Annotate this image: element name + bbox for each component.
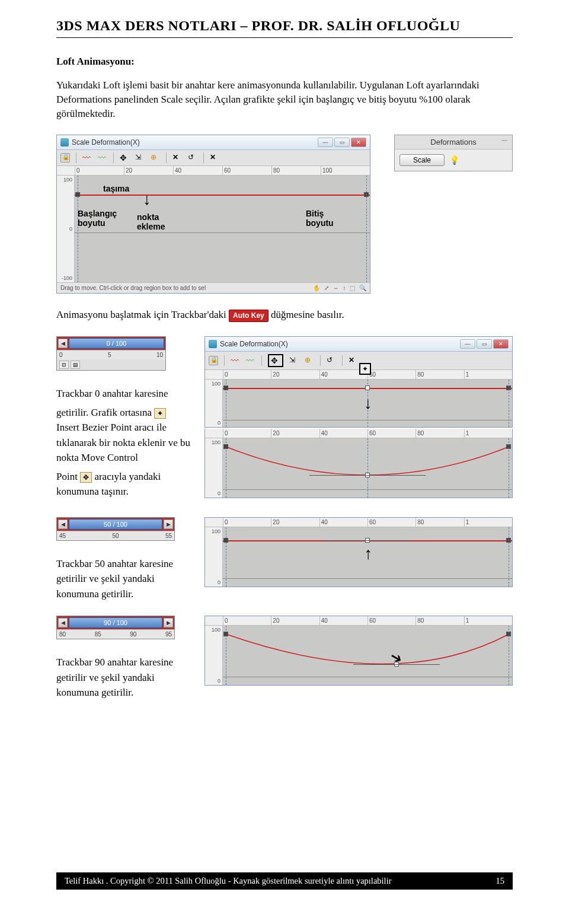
deformations-header[interactable]: Deformations (395, 135, 512, 149)
app-icon (209, 340, 217, 348)
trackbar-slider[interactable]: 50 / 100 (69, 519, 162, 530)
app-icon (60, 138, 69, 146)
anno-nokta: nokta ekleme (137, 212, 165, 231)
close-button[interactable]: ✕ (351, 138, 366, 147)
trackbar-right-arrow[interactable]: ▶ (164, 520, 173, 529)
zoom-vert-icon[interactable]: ↕ (343, 285, 346, 291)
section-title: Loft Animasyonu: (56, 56, 513, 68)
curve-line[interactable] (75, 195, 370, 196)
tick: 0 (75, 166, 124, 175)
maximize-button[interactable]: ▭ (334, 138, 350, 147)
bulb-icon[interactable]: 💡 (449, 155, 459, 165)
trackbar-50[interactable]: ◀ 50 / 100 ▶ 45 50 55 (56, 517, 175, 541)
tick: 60 (222, 166, 271, 175)
minimize-button[interactable]: — (460, 339, 475, 349)
scale-button[interactable]: Scale (399, 154, 445, 166)
autokey-paragraph: Animasyonu başlatmak için Trackbar'daki … (56, 308, 513, 322)
anno-bitis: Bitiş boyutu (306, 209, 334, 228)
zoom-icon[interactable]: 🔍 (359, 285, 366, 291)
page-header: 3DS MAX DERS NOTLARI – PROF. DR. SALİH O… (56, 18, 513, 34)
para-t0-b-pre: getirilir. Grafik ortasına (56, 407, 154, 418)
close-button[interactable]: ✕ (493, 339, 509, 349)
trackbar-key-icon[interactable]: ⊟ (59, 361, 69, 369)
trackbar-left-arrow[interactable]: ◀ (58, 618, 68, 627)
footer-page-number: 15 (496, 876, 505, 886)
trackbar-ruler: 0 5 10 (57, 350, 165, 359)
move-control-point-icon[interactable] (120, 153, 129, 163)
control-point[interactable] (506, 385, 511, 390)
delete-point-icon[interactable] (349, 356, 358, 365)
curve-x-icon[interactable] (231, 356, 240, 365)
move-control-point-inline-icon[interactable]: ✥ (80, 472, 92, 483)
trackbar-left-arrow[interactable]: ◀ (58, 520, 68, 529)
zoom-region-icon[interactable]: ⬚ (350, 285, 355, 291)
tangent-handle[interactable] (324, 540, 411, 541)
control-point[interactable] (223, 538, 228, 543)
delete-point-icon[interactable] (172, 153, 182, 163)
para-t0-b-post: Insert Bezier Point aracı ile tıklanarak… (56, 420, 193, 466)
tangent-handle[interactable] (309, 475, 425, 476)
tick: 40 (173, 166, 222, 175)
footer-text: Telif Hakkı . Copyright © 2011 Salih Ofl… (65, 876, 392, 886)
curve-y-icon[interactable] (246, 356, 255, 365)
graph-area[interactable]: 100 0 ✦ ↓ (205, 380, 512, 427)
window-titlebar[interactable]: Scale Deformation(X) — ▭ ✕ (57, 135, 370, 150)
control-point[interactable] (506, 538, 511, 543)
header-rule (56, 37, 513, 38)
curve-y-icon[interactable] (98, 153, 107, 163)
control-point[interactable] (365, 385, 370, 390)
para-t0-a: Trackbar 0 anahtar karesine (56, 386, 193, 402)
maximize-button[interactable]: ▭ (477, 339, 492, 349)
control-point[interactable] (506, 632, 511, 636)
insert-bezier-point-icon[interactable]: ✦ (154, 408, 166, 419)
trackbar-slider[interactable]: 90 / 100 (69, 617, 162, 628)
scale-control-point-icon[interactable] (135, 153, 145, 163)
graph-curve-frame0: 0 20 40 60 80 1 100 0 (204, 429, 513, 498)
para-t0-c-pre: Point (56, 471, 80, 482)
autokey-button[interactable]: Auto Key (229, 310, 268, 322)
graph-frame90: 0 20 40 60 80 1 100 0 (204, 616, 513, 686)
trackbar-filter-icon[interactable]: ▤ (71, 361, 80, 369)
graph-area[interactable]: 100 0 ↓ (205, 527, 512, 587)
graph-area[interactable]: 100 0 -100 taşıma ↓ Başlangıç boyutu nok… (57, 176, 370, 282)
pan-icon[interactable]: ✋ (313, 285, 320, 291)
zoom-ext-icon[interactable]: ⤢ (324, 285, 329, 291)
trackbar-0[interactable]: ◀ 0 / 100 0 5 10 ⊟ ▤ (56, 336, 166, 371)
graph-area[interactable]: 100 0 ➔ (205, 626, 512, 685)
control-point[interactable] (506, 444, 511, 449)
zoom-horiz-icon[interactable]: ↔ (333, 285, 339, 291)
deformations-panel: Deformations Scale 💡 (394, 135, 513, 171)
horizontal-ruler: 0 20 40 60 80 100 (57, 166, 370, 176)
delete-icon-2[interactable] (210, 153, 219, 163)
tick: 20 (124, 166, 173, 175)
control-point-end[interactable] (364, 192, 369, 197)
trackbar-left-arrow[interactable]: ◀ (58, 339, 68, 348)
minimize-button[interactable]: — (318, 138, 333, 147)
insert-point-icon[interactable] (305, 356, 314, 365)
scale-deformation-window: Scale Deformation(X) — ▭ ✕ (56, 135, 370, 294)
control-point[interactable] (223, 632, 228, 636)
curve-x-icon[interactable] (82, 153, 92, 163)
arrow-icon: ↓ (364, 546, 372, 565)
window-title: Scale Deformation(X) (72, 138, 140, 146)
trackbar-right-arrow[interactable]: ▶ (164, 618, 173, 627)
reset-curve-icon[interactable] (188, 153, 197, 163)
trackbar-90[interactable]: ◀ 90 / 100 ▶ 80 85 90 95 (56, 616, 175, 639)
lock-icon[interactable] (209, 356, 218, 365)
insert-marker-icon: ✦ (359, 363, 371, 375)
tick: 80 (271, 166, 321, 175)
trackbar-slider[interactable]: 0 / 100 (69, 338, 164, 349)
scale-control-point-icon[interactable] (289, 356, 299, 365)
arrow-icon: ↓ (364, 394, 372, 413)
graph-area[interactable]: 100 0 (205, 438, 512, 498)
control-point-start[interactable] (75, 192, 80, 197)
status-icons[interactable]: ✋ ⤢ ↔ ↕ ⬚ 🔍 (311, 285, 366, 291)
insert-point-icon[interactable] (151, 153, 160, 163)
lock-icon[interactable] (60, 153, 70, 163)
control-point[interactable] (223, 444, 228, 449)
tick: 100 (321, 166, 370, 175)
window-title: Scale Deformation(X) (220, 340, 288, 348)
move-control-point-icon[interactable] (271, 356, 280, 365)
reset-curve-icon[interactable] (327, 356, 336, 365)
control-point[interactable] (223, 385, 228, 390)
